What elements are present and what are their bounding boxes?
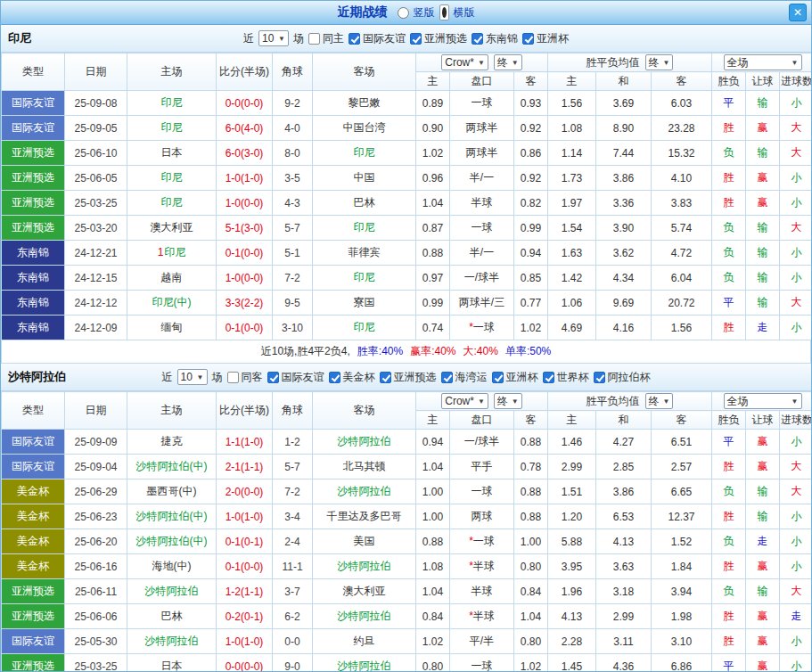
odds-company-select[interactable]: Crow*▼ — [441, 54, 488, 70]
match-date: 25-03-20 — [65, 216, 127, 241]
ah-handicap: 半/一 — [450, 241, 514, 266]
checkbox-icon[interactable] — [349, 33, 360, 45]
result-handicap: 输 — [746, 579, 780, 604]
away-team: 约旦 — [313, 629, 416, 654]
avg-away-odds: 15.32 — [652, 141, 712, 166]
summary-part: 近10场,胜4平2负4, — [261, 344, 350, 359]
ah-away-odds: 0.88 — [514, 479, 548, 504]
away-team-name: 北马其顿 — [343, 460, 386, 472]
away-team-name: 中国台湾 — [343, 121, 386, 134]
ah-final-select[interactable]: 终▼ — [494, 54, 522, 70]
radio-horizontal-layout[interactable] — [439, 4, 449, 20]
competition-type: 美金杯 — [2, 529, 65, 554]
ah-final-select[interactable]: 终▼ — [494, 393, 522, 409]
radio-vertical-label[interactable]: 竖版 — [414, 5, 435, 20]
checkbox-icon[interactable] — [492, 372, 504, 383]
competition-filter[interactable]: 亚洲预选 — [410, 31, 467, 46]
recent-count-select[interactable]: 10▼ — [177, 369, 208, 385]
radio-vertical-layout[interactable] — [398, 7, 409, 19]
result-goals: 大 — [780, 579, 812, 604]
competition-type: 东南锦 — [2, 316, 65, 340]
ah-away-odds: 0.92 — [514, 116, 548, 141]
ah-away-odds: 0.93 — [514, 91, 548, 116]
competition-filter[interactable]: 国际友谊 — [267, 370, 324, 385]
checkbox-icon[interactable] — [267, 372, 279, 383]
match-date: 24-12-15 — [65, 266, 127, 291]
competition-filter[interactable]: 世界杯 — [543, 370, 589, 385]
ah-final-value: 终 — [497, 55, 508, 70]
table-row: 国际友谊 25-09-05 印尼 6-0(4-0) 4-0 中国台湾 0.90 … — [2, 116, 812, 141]
score: 2-0(0-0) — [217, 479, 273, 504]
avg-home-odds: 1.56 — [548, 91, 596, 116]
competition-filter[interactable]: 阿拉伯杯 — [594, 370, 651, 385]
result-handicap: 赢 — [746, 554, 780, 579]
radio-horizontal-label[interactable]: 横版 — [454, 5, 475, 20]
away-team: 中国 — [313, 166, 416, 191]
competition-filter[interactable]: 亚洲杯 — [492, 370, 538, 385]
checkbox-icon[interactable] — [308, 33, 320, 45]
team-section: 印尼 近10▼场同主国际友谊亚洲预选东南锦亚洲杯 类型 日期 主场 比分(半场)… — [1, 25, 811, 364]
odds-company-select[interactable]: Crow*▼ — [441, 393, 488, 409]
checkbox-icon[interactable] — [472, 33, 483, 45]
checkbox-icon[interactable] — [543, 372, 554, 383]
avg-draw-odds: 3.18 — [596, 579, 652, 604]
away-team: 北马其顿 — [313, 455, 416, 479]
ah-away-odds: 0.82 — [514, 191, 548, 216]
result-handicap: 赢 — [746, 629, 780, 654]
home-team: 1印尼 — [127, 241, 217, 266]
competition-filter[interactable]: 亚洲杯 — [522, 31, 569, 46]
wdl-final-value: 终 — [649, 55, 660, 70]
corners: 9-2 — [273, 91, 313, 116]
result-outcome: 胜 — [712, 504, 746, 529]
checkbox-icon[interactable] — [522, 33, 534, 45]
chevron-down-icon: ▼ — [478, 59, 485, 67]
checkbox-icon[interactable] — [227, 372, 239, 383]
venue-filter[interactable]: 同主 — [308, 31, 344, 46]
match-scope-select[interactable]: 全场▼ — [724, 54, 802, 70]
result-goals: 小 — [780, 504, 812, 529]
competition-filter[interactable]: 东南锦 — [472, 31, 518, 46]
wdl-final-select[interactable]: 终▼ — [645, 393, 674, 409]
checkbox-icon[interactable] — [380, 372, 391, 383]
table-row: 东南锦 24-12-09 缅甸 0-1(0-0) 3-10 印尼 0.74 *一… — [2, 316, 812, 340]
result-goals: 小 — [780, 430, 812, 455]
avg-draw-odds: 3.86 — [596, 166, 652, 191]
wdl-final-select[interactable]: 终▼ — [645, 54, 674, 70]
home-team-name: 沙特阿拉伯(中) — [136, 460, 208, 472]
table-row: 美金杯 25-06-16 海地(中) 0-1(0-0) 11-1 沙特阿拉伯 1… — [2, 554, 812, 579]
avg-home-odds: 5.88 — [548, 529, 596, 554]
close-icon[interactable]: ✕ — [789, 4, 807, 21]
competition-type: 国际友谊 — [2, 116, 65, 141]
competition-filter[interactable]: 美金杯 — [329, 370, 375, 385]
recent-count-select[interactable]: 10▼ — [258, 30, 289, 46]
corners: 8-0 — [273, 141, 313, 166]
avg-home-odds: 1.06 — [548, 291, 596, 316]
competition-filter[interactable]: 国际友谊 — [349, 31, 406, 46]
summary-part: 大:40% — [463, 344, 498, 359]
venue-filter[interactable]: 同客 — [227, 370, 263, 385]
home-team-name: 日本 — [161, 146, 183, 159]
result-goals: 走 — [780, 604, 812, 629]
competition-filter[interactable]: 海湾运 — [441, 370, 488, 385]
corners: 5-7 — [273, 455, 313, 479]
checkbox-icon[interactable] — [441, 372, 453, 383]
away-team: 沙特阿拉伯 — [313, 479, 416, 504]
result-outcome: 胜 — [712, 166, 746, 191]
ah-handicap: 半球 — [450, 579, 514, 604]
competition-filter[interactable]: 亚洲预选 — [380, 370, 437, 385]
checkbox-icon[interactable] — [329, 372, 340, 383]
result-handicap: 走 — [746, 529, 780, 554]
home-team: 沙特阿拉伯(中) — [127, 455, 217, 479]
checkbox-icon[interactable] — [410, 33, 422, 45]
checkbox-icon[interactable] — [594, 372, 605, 383]
result-handicap: 赢 — [746, 604, 780, 629]
corners: 3-7 — [273, 579, 313, 604]
result-outcome: 负 — [712, 579, 746, 604]
ah-home-odds: 1.02 — [416, 141, 450, 166]
score: 1-2(1-1) — [217, 579, 273, 604]
match-scope-select[interactable]: 全场▼ — [724, 393, 802, 409]
ah-handicap: *一球 — [450, 316, 514, 340]
avg-home-odds: 1.42 — [548, 266, 596, 291]
match-date: 25-09-04 — [65, 455, 127, 479]
away-team-name: 印尼 — [354, 221, 375, 234]
